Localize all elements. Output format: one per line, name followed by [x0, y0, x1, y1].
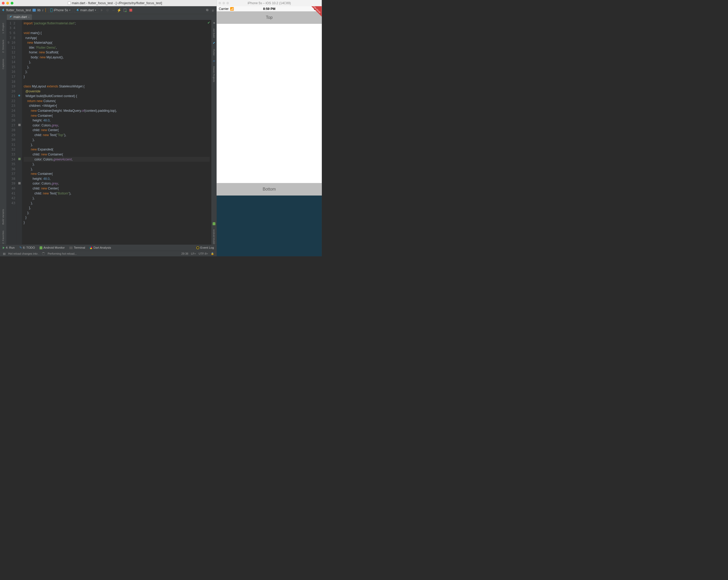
android-icon	[213, 222, 215, 225]
attach-button[interactable]	[123, 8, 127, 12]
right-tool-rail: ✱ Ant Build Flutter m Maven Projects And…	[211, 20, 216, 245]
ide-window: main.dart - flutter_focus_test - [~/Proj…	[0, 0, 216, 256]
ant-icon: ✱	[213, 22, 215, 25]
status-progress: Performing hot reload...	[48, 252, 77, 255]
search-icon: ⌕	[212, 8, 214, 12]
simulator-title: iPhone 5s – iOS 10.2 (14C89)	[248, 1, 291, 5]
top-bar: Top	[216, 11, 321, 24]
left-tool-rail: 1: Project 2: Structure Captures Build V…	[0, 20, 6, 245]
tool-favorites[interactable]: 2: Favorites	[1, 230, 5, 245]
run-config-selector[interactable]: main.dart ▾	[74, 7, 98, 12]
tool-project[interactable]: 1: Project	[1, 22, 5, 34]
status-toggle[interactable]: ▤	[3, 252, 5, 255]
tool-run[interactable]: 4: Run	[3, 246, 15, 250]
folder-icon	[32, 9, 35, 11]
zoom-icon[interactable]	[227, 2, 229, 4]
flutter-icon	[9, 16, 12, 19]
close-icon[interactable]: ×	[28, 16, 30, 19]
device-selector[interactable]: iPhone 5s ▾	[48, 7, 73, 12]
tab-main-dart[interactable]: main.dart ×	[7, 15, 32, 20]
tool-android-monitor[interactable]: Android Monitor	[40, 246, 65, 250]
tool-captures[interactable]: Captures	[1, 58, 5, 70]
editor-tabs: main.dart ×	[0, 14, 216, 20]
coverage-button[interactable]: ⤻	[111, 8, 115, 12]
terminal-icon	[70, 247, 73, 249]
tool-structure[interactable]: 2: Structure	[1, 39, 5, 54]
search-button[interactable]: ⌕	[211, 8, 215, 12]
tool-dart-analysis[interactable]: Dart Analysis	[90, 246, 111, 250]
clock: 8:59 PM	[253, 7, 286, 11]
chevron-down-icon: ▾	[69, 9, 71, 11]
spinner-icon	[42, 252, 45, 255]
chevron-down-icon: ▾	[95, 9, 96, 11]
tool-event-log[interactable]: Event Log	[197, 246, 214, 250]
tool-todo[interactable]: ✎6: TODO	[19, 246, 35, 250]
tool-terminal[interactable]: Terminal	[70, 246, 85, 250]
line-gutter: 1 2 3 4 5 6 7 8 9 10 11 12 13 14 15 16 1…	[6, 20, 17, 245]
cursor-position[interactable]: 29:38	[181, 252, 188, 255]
tool-android-model[interactable]: Android Model	[212, 229, 216, 245]
flutter-icon	[76, 8, 79, 12]
flutter-icon	[2, 8, 4, 12]
carrier-label: Carrier	[219, 7, 229, 11]
expanded-area	[216, 24, 321, 183]
breadcrumb-project[interactable]: flutter_focus_test	[6, 8, 31, 12]
mac-titlebar: main.dart - flutter_focus_test - [~/Proj…	[0, 0, 216, 6]
run-icon	[3, 247, 5, 249]
bottom-toolbar: 4: Run ✎6: TODO Android Monitor Terminal…	[0, 245, 216, 251]
dart-icon	[90, 247, 93, 249]
flutter-icon	[213, 42, 215, 45]
status-bar: ▤ Hot reload changes into . Performing h…	[0, 251, 216, 256]
slow-mode-banner: SLOW MODE	[311, 6, 322, 17]
close-icon[interactable]	[2, 2, 5, 5]
event-log-icon	[197, 246, 199, 249]
run-button[interactable]	[100, 8, 104, 12]
tool-build-variants[interactable]: Build Variants	[1, 208, 5, 225]
tool-flutter[interactable]: Flutter	[212, 49, 216, 56]
maven-icon: m	[213, 60, 215, 62]
simulator-titlebar: iPhone 5s – iOS 10.2 (14C89)	[216, 0, 321, 6]
toolbar: flutter_focus_test lib i ⎮ iPhone 5s ▾ m…	[0, 6, 216, 14]
bottom-bar: Bottom	[216, 183, 321, 195]
simulator-panel: iPhone 5s – iOS 10.2 (14C89) Carrier📶 8:…	[216, 0, 321, 256]
tool-maven[interactable]: Maven Projects	[212, 66, 216, 82]
ios-status-bar: Carrier📶 8:59 PM	[216, 6, 321, 11]
debug-button[interactable]: ⊘	[106, 8, 110, 12]
minimize-icon[interactable]	[223, 2, 225, 4]
layout-button[interactable]: ⧉	[205, 8, 209, 12]
todo-icon: ✎	[19, 246, 22, 250]
zoom-icon[interactable]	[11, 2, 14, 5]
stop-button[interactable]	[129, 8, 133, 12]
wifi-icon: 📶	[230, 7, 234, 11]
status-message: Hot reload changes into .	[8, 252, 39, 255]
divider: ⎮	[45, 8, 47, 12]
info-icon[interactable]: i	[42, 8, 43, 12]
tool-ant[interactable]: Ant Build	[212, 28, 216, 38]
breadcrumb-folder[interactable]: lib	[37, 8, 41, 12]
inspection-ok-icon[interactable]: ✔	[207, 21, 210, 25]
phone-icon	[50, 8, 53, 12]
code-editor[interactable]: 1: Project 2: Structure Captures Build V…	[0, 20, 216, 245]
hot-reload-button[interactable]: ⚡	[117, 8, 121, 12]
simulator-screen[interactable]: Carrier📶 8:59 PM SLOW MODE Top Bottom	[216, 6, 321, 195]
close-icon[interactable]	[218, 2, 221, 4]
android-icon	[40, 246, 43, 249]
code-area[interactable]: import 'package:flutter/material.dart'; …	[22, 20, 211, 245]
encoding[interactable]: UTF-8÷	[199, 252, 208, 255]
file-icon	[68, 2, 71, 5]
lock-icon[interactable]: 🔒	[211, 252, 214, 255]
line-separator[interactable]: LF÷	[191, 252, 196, 255]
marker-gutter	[17, 20, 22, 245]
minimize-icon[interactable]	[6, 2, 9, 5]
window-title: main.dart - flutter_focus_test - [~/Proj…	[72, 1, 162, 5]
